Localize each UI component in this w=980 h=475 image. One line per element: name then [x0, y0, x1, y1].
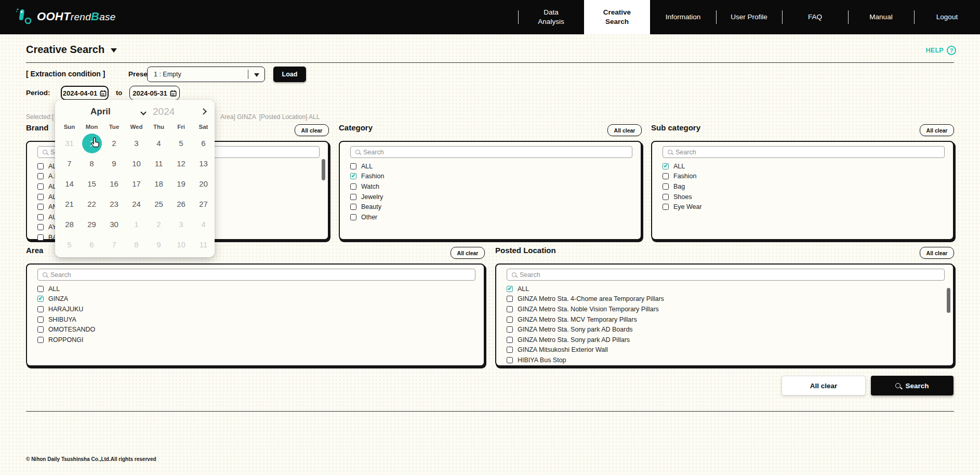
calendar-day[interactable]: 28 — [60, 215, 80, 234]
calendar-day[interactable]: 6 — [194, 134, 214, 153]
calendar-day[interactable]: 25 — [149, 194, 169, 214]
checkbox-item[interactable]: ROPPONGI — [37, 335, 468, 345]
checkbox-icon[interactable] — [507, 337, 513, 343]
calendar-day[interactable]: 22 — [82, 194, 102, 214]
period-from-input[interactable]: 2024-04-01 — [61, 86, 109, 100]
checkbox-item[interactable]: HIBIYA Bus Stop — [507, 355, 937, 365]
load-button[interactable]: Load — [273, 67, 306, 82]
checkbox-icon[interactable] — [37, 204, 44, 210]
calendar-day[interactable]: 3 — [127, 134, 147, 153]
checkbox-icon[interactable] — [37, 234, 44, 241]
checkbox-item[interactable]: ✔GINZA — [37, 294, 468, 305]
subcategory-search-input[interactable] — [676, 149, 944, 156]
checkbox-icon[interactable] — [507, 347, 513, 353]
checkbox-icon[interactable] — [37, 306, 44, 312]
brand-all-clear-button[interactable]: All clear — [295, 124, 329, 136]
checkbox-icon[interactable] — [507, 316, 513, 323]
checkbox-icon[interactable] — [37, 214, 44, 220]
calendar-day[interactable]: 5 — [171, 134, 191, 153]
calendar-day[interactable]: 10 — [127, 154, 147, 174]
calendar-day[interactable]: 6 — [82, 235, 102, 255]
calendar-day[interactable]: 2 — [149, 215, 169, 234]
nav-item-data-analysis[interactable]: Data Analysis — [518, 0, 584, 34]
checkbox-icon[interactable] — [37, 173, 44, 179]
calendar-day[interactable]: 29 — [82, 215, 102, 234]
calendar-day[interactable]: 11 — [149, 154, 169, 174]
nav-item-creative-search[interactable]: Creative Search — [584, 0, 650, 34]
checkbox-item[interactable]: Eye Wear — [663, 202, 937, 212]
calendar-day[interactable]: 24 — [127, 194, 147, 214]
nav-item-information[interactable]: Information — [650, 0, 716, 34]
checkbox-icon[interactable] — [350, 214, 356, 220]
calendar-month-label[interactable]: April — [90, 107, 111, 117]
checkbox-item[interactable]: Bag — [663, 181, 937, 192]
checkbox-checked-icon[interactable]: ✔ — [507, 286, 513, 292]
checkbox-item[interactable]: ✔ALL — [663, 161, 937, 171]
area-search-input[interactable] — [50, 271, 475, 279]
checkbox-icon[interactable] — [37, 224, 44, 230]
subcategory-all-clear-button[interactable]: All clear — [920, 124, 954, 136]
checkbox-item[interactable]: SHIBUYA — [37, 314, 468, 325]
calendar-day[interactable]: 11 — [194, 235, 214, 255]
calendar-day[interactable]: 14 — [60, 174, 80, 194]
checkbox-icon[interactable] — [350, 183, 356, 190]
checkbox-icon[interactable] — [663, 183, 669, 190]
checkbox-item[interactable]: GINZA Mitsukoshi Exterior Wall — [507, 345, 937, 355]
calendar-day[interactable]: 18 — [149, 174, 169, 194]
checkbox-icon[interactable] — [350, 194, 356, 200]
checkbox-item[interactable]: ALL — [350, 161, 625, 171]
checkbox-item[interactable]: Shoes — [663, 192, 937, 202]
scrollbar-thumb[interactable] — [947, 288, 950, 313]
preset-select[interactable]: 1 : Empty — [147, 67, 265, 82]
calendar-day[interactable]: 4 — [149, 134, 169, 153]
checkbox-item[interactable]: GINZA Metro Sta. Sony park AD Boards — [507, 324, 937, 335]
calendar-day[interactable]: 15 — [82, 174, 102, 194]
calendar-day[interactable]: 9 — [149, 235, 169, 255]
checkbox-icon[interactable] — [350, 163, 356, 169]
checkbox-item[interactable]: GINZA Metro Sta. Noble Vision Temporary … — [507, 304, 937, 314]
calendar-day[interactable]: 4 — [194, 215, 214, 234]
app-logo[interactable]: OOHTrendBase — [16, 7, 116, 27]
calendar-day[interactable]: 19 — [171, 174, 191, 194]
checkbox-icon[interactable] — [37, 183, 44, 190]
calendar-day[interactable]: 8 — [127, 235, 147, 255]
checkbox-checked-icon[interactable]: ✔ — [37, 296, 44, 302]
checkbox-item[interactable]: Watch — [350, 181, 625, 192]
period-to-input[interactable]: 2024-05-31 — [129, 86, 180, 100]
category-search-input[interactable] — [363, 149, 632, 156]
nav-item-faq[interactable]: FAQ — [782, 0, 848, 34]
checkbox-icon[interactable] — [37, 194, 44, 200]
checkbox-icon[interactable] — [663, 194, 669, 200]
calendar-day[interactable]: 5 — [60, 235, 80, 255]
checkbox-item[interactable]: ✔ALL — [507, 284, 937, 294]
calendar-day[interactable]: 2 — [104, 134, 124, 153]
checkbox-icon[interactable] — [37, 286, 44, 292]
checkbox-icon[interactable] — [37, 163, 44, 169]
area-all-clear-button[interactable]: All clear — [451, 247, 485, 259]
posted-location-all-clear-button[interactable]: All clear — [920, 247, 954, 259]
category-all-clear-button[interactable]: All clear — [607, 124, 642, 136]
checkbox-icon[interactable] — [350, 204, 356, 210]
calendar-day[interactable]: 9 — [104, 154, 124, 174]
nav-item-logout[interactable]: Logout — [914, 0, 980, 34]
chevron-down-icon[interactable] — [140, 109, 146, 115]
search-button[interactable]: Search — [871, 376, 953, 395]
checkbox-icon[interactable] — [37, 316, 44, 323]
next-month-icon[interactable] — [200, 108, 207, 115]
checkbox-item[interactable]: Fashion — [663, 171, 937, 182]
calendar-day[interactable]: 7 — [104, 235, 124, 255]
checkbox-item[interactable]: GINZA Metro Sta. Sony park AD Pillars — [507, 335, 937, 345]
checkbox-icon[interactable] — [37, 337, 44, 343]
checkbox-item[interactable]: Jewelry — [350, 192, 625, 202]
posted-location-search-input[interactable] — [520, 271, 944, 279]
calendar-day[interactable]: 31 — [60, 134, 80, 153]
checkbox-icon[interactable] — [507, 306, 513, 312]
calendar-day[interactable]: 20 — [194, 174, 214, 194]
checkbox-item[interactable]: GINZA Metro Sta. 4-Chome area Temporary … — [507, 294, 937, 305]
calendar-day[interactable]: 10 — [171, 235, 191, 255]
calendar-day[interactable]: 26 — [171, 194, 191, 214]
calendar-day[interactable]: 17 — [127, 174, 147, 194]
nav-item-manual[interactable]: Manual — [848, 0, 914, 34]
scrollbar-thumb[interactable] — [322, 159, 325, 180]
calendar-day[interactable]: 27 — [194, 194, 214, 214]
